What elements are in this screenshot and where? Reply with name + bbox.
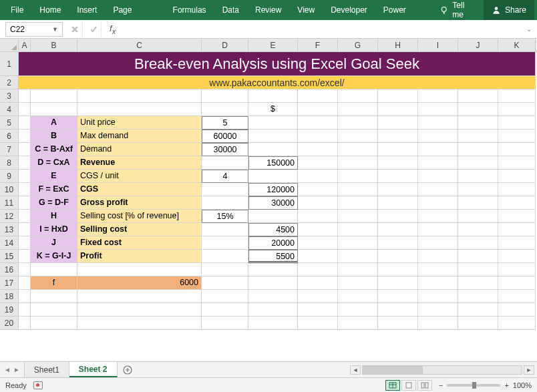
cell[interactable] — [458, 263, 498, 276]
cell[interactable] — [298, 196, 338, 210]
cell[interactable] — [19, 116, 31, 130]
cell[interactable] — [248, 89, 298, 103]
cell[interactable]: D = CxA — [31, 156, 77, 170]
cell[interactable]: 4 — [202, 170, 248, 183]
cell[interactable] — [338, 183, 378, 196]
cell[interactable] — [19, 317, 31, 330]
tab-home[interactable]: Home — [31, 0, 69, 20]
cell[interactable] — [458, 89, 498, 103]
zoom-thumb[interactable] — [472, 382, 476, 389]
cell[interactable]: K = G-I-J — [31, 250, 77, 263]
col-header[interactable]: H — [378, 39, 418, 51]
cell[interactable] — [248, 170, 298, 183]
cell[interactable] — [378, 263, 418, 276]
cell[interactable] — [498, 223, 536, 236]
zoom-value[interactable]: 100% — [513, 381, 532, 389]
cell[interactable] — [19, 276, 31, 290]
cell[interactable] — [338, 223, 378, 236]
cell[interactable] — [418, 89, 458, 103]
cell[interactable] — [31, 263, 77, 276]
cell[interactable] — [458, 103, 498, 116]
cell[interactable] — [378, 116, 418, 130]
cell[interactable] — [378, 103, 418, 116]
cell[interactable]: 20000 — [248, 236, 298, 250]
cell[interactable]: 60000 — [202, 130, 248, 143]
cell[interactable] — [202, 263, 248, 276]
scroll-thumb[interactable] — [363, 366, 423, 374]
cell[interactable] — [19, 89, 31, 103]
cell[interactable] — [19, 103, 31, 116]
zoom-slider[interactable] — [447, 384, 500, 387]
cell[interactable] — [338, 170, 378, 183]
cell[interactable] — [498, 156, 536, 170]
tab-insert[interactable]: Insert — [69, 0, 105, 20]
cell[interactable] — [338, 250, 378, 263]
cell[interactable] — [298, 116, 338, 130]
col-header[interactable]: D — [202, 39, 248, 51]
cell[interactable] — [338, 317, 378, 330]
page-layout-view-button[interactable] — [401, 380, 416, 391]
cell[interactable]: 15% — [202, 210, 248, 223]
subtitle-cell[interactable]: www.pakaccountants.com/excel/ — [19, 76, 536, 89]
cell[interactable] — [248, 116, 298, 130]
zoom-in-button[interactable]: + — [504, 381, 508, 389]
cell[interactable] — [498, 290, 536, 303]
cell[interactable] — [248, 143, 298, 156]
scroll-track[interactable] — [362, 365, 522, 375]
row-header[interactable]: 1 — [0, 52, 19, 76]
row-header[interactable]: 11 — [0, 196, 19, 210]
cell[interactable]: F = ExC — [31, 183, 77, 196]
cell[interactable] — [338, 196, 378, 210]
cell[interactable] — [31, 303, 77, 317]
tab-file[interactable]: File — [3, 0, 31, 20]
tab-developer[interactable]: Developer — [323, 0, 375, 20]
tab-formulas[interactable]: Formulas — [165, 0, 214, 20]
cell[interactable] — [248, 290, 298, 303]
cell[interactable] — [77, 290, 202, 303]
cell[interactable] — [458, 143, 498, 156]
cell[interactable] — [298, 290, 338, 303]
cell[interactable]: f — [31, 276, 77, 290]
cell[interactable] — [458, 156, 498, 170]
cell[interactable] — [418, 170, 458, 183]
cell[interactable]: Max demand — [77, 130, 202, 143]
cell[interactable] — [298, 210, 338, 223]
tab-data[interactable]: Data — [214, 0, 247, 20]
tab-review[interactable]: Review — [247, 0, 289, 20]
cell[interactable] — [418, 183, 458, 196]
cell[interactable] — [248, 263, 298, 276]
tab-view[interactable]: View — [289, 0, 323, 20]
cell[interactable] — [202, 196, 248, 210]
cell[interactable] — [378, 317, 418, 330]
cell[interactable] — [378, 290, 418, 303]
scroll-right-button[interactable]: ► — [524, 365, 534, 375]
cell[interactable] — [19, 290, 31, 303]
cell[interactable] — [458, 116, 498, 130]
cell[interactable] — [338, 103, 378, 116]
cell[interactable]: J — [31, 236, 77, 250]
cell[interactable] — [77, 89, 202, 103]
cell[interactable] — [248, 276, 298, 290]
cell[interactable] — [458, 210, 498, 223]
select-all-button[interactable] — [0, 39, 19, 51]
cell[interactable]: 30000 — [202, 143, 248, 156]
cell[interactable] — [498, 210, 536, 223]
scroll-left-button[interactable]: ◄ — [350, 365, 361, 375]
cell[interactable] — [378, 170, 418, 183]
cell[interactable] — [202, 290, 248, 303]
cell[interactable] — [418, 116, 458, 130]
cell[interactable] — [458, 170, 498, 183]
cell[interactable] — [248, 317, 298, 330]
cell[interactable] — [19, 143, 31, 156]
cell[interactable] — [202, 250, 248, 263]
cell[interactable] — [202, 317, 248, 330]
cell[interactable] — [19, 156, 31, 170]
cell[interactable] — [19, 250, 31, 263]
cell[interactable] — [248, 303, 298, 317]
row-header[interactable]: 10 — [0, 183, 19, 196]
fx-icon[interactable]: fx — [110, 23, 116, 35]
cell[interactable] — [77, 303, 202, 317]
cell[interactable] — [418, 276, 458, 290]
cell[interactable]: 4500 — [248, 223, 298, 236]
cell[interactable] — [418, 103, 458, 116]
